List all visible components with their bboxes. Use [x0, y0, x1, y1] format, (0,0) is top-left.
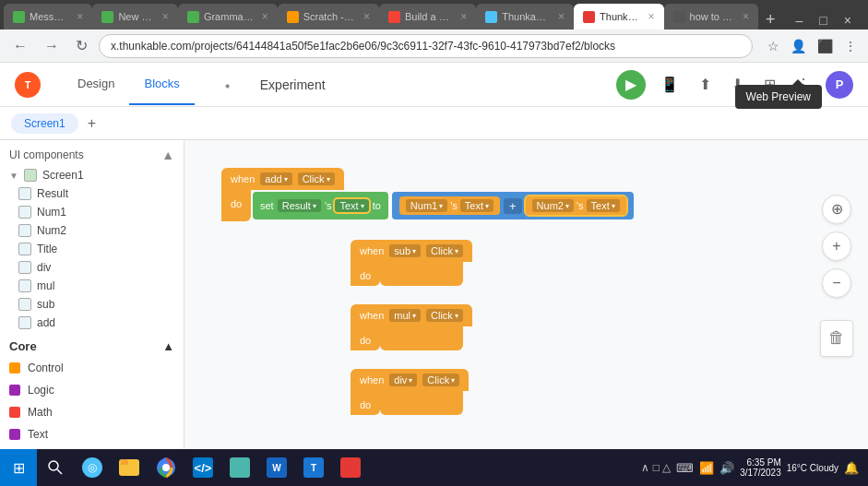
click-dropdown-3[interactable]: Click▾ — [426, 309, 463, 322]
add-block-group[interactable]: when add▾ Click▾ do set Result▾ 's Text▾ — [221, 168, 868, 221]
tab3-favicon — [187, 11, 199, 23]
new-tab-button[interactable]: + — [758, 10, 783, 30]
taskbar-vscode[interactable]: </> — [184, 449, 221, 486]
bookmark-icon[interactable]: ☆ — [764, 37, 783, 55]
sidebar-item-num1[interactable]: Num1 — [0, 203, 184, 221]
text-dropdown-2[interactable]: Text▾ — [460, 199, 493, 212]
browser-tab-3[interactable]: Grammarly... × — [178, 4, 278, 30]
browser-tab-6[interactable]: Thunkable... × — [476, 4, 574, 30]
num1-text-block[interactable]: Num1▾ 's Text▾ — [399, 196, 500, 215]
tab5-close[interactable]: × — [460, 10, 467, 23]
more-icon[interactable]: ⋮ — [840, 37, 861, 55]
click-dropdown-2[interactable]: Click▾ — [426, 244, 463, 257]
core-item-control[interactable]: Control — [0, 357, 184, 379]
tab8-close[interactable]: × — [743, 10, 749, 23]
address-bar[interactable]: x.thunkable.com/projects/64144841a50f5e1… — [99, 34, 753, 58]
tab6-close[interactable]: × — [558, 10, 565, 23]
recenter-button[interactable]: ⊕ — [822, 195, 851, 224]
taskbar-app5[interactable] — [221, 449, 258, 486]
back-button[interactable]: ← — [7, 36, 33, 56]
browser-tab-5[interactable]: Build a Ca... × — [379, 4, 476, 30]
num2-dropdown[interactable]: Num2▾ — [532, 199, 574, 212]
when-add-click-block[interactable]: when add▾ Click▾ — [221, 168, 344, 190]
notification-icon[interactable]: 🔔 — [844, 461, 859, 475]
tab2-close[interactable]: × — [162, 10, 169, 23]
taskbar-chrome[interactable] — [148, 449, 184, 486]
maximize-button[interactable]: □ — [814, 11, 832, 30]
set-block[interactable]: set Result▾ 's Text▾ to — [253, 192, 388, 219]
forward-button[interactable]: → — [39, 36, 65, 56]
sidebar-item-title[interactable]: Title — [0, 240, 184, 258]
blocks-tab[interactable]: Blocks — [129, 64, 194, 105]
start-button[interactable]: ⊞ — [0, 449, 37, 486]
taskbar-search[interactable] — [37, 449, 74, 486]
add-screen-button[interactable]: + — [82, 113, 101, 134]
div-block-group[interactable]: when div▾ Click▾ do — [351, 369, 868, 415]
zoom-out-button[interactable]: − — [822, 268, 851, 298]
sidebar-item-div[interactable]: div — [0, 258, 184, 277]
text-dropdown-3[interactable]: Text▾ — [587, 199, 620, 212]
ui-components-collapse[interactable]: ▲ — [161, 148, 174, 162]
tab1-close[interactable]: × — [77, 10, 83, 23]
phone-preview-button[interactable]: 📱 — [655, 70, 684, 99]
browser-tab-8[interactable]: how to ge... × — [664, 4, 759, 30]
set-keyword: set — [260, 200, 274, 211]
sidebar-item-result[interactable]: Result — [0, 184, 184, 203]
reload-button[interactable]: ↻ — [70, 35, 93, 56]
num1-dropdown[interactable]: Num1▾ — [406, 199, 447, 212]
sidebar-item-num2[interactable]: Num2 — [0, 221, 184, 240]
share-button[interactable]: ⬆ — [694, 70, 717, 99]
browser-tab-7[interactable]: Thunkable × — [574, 4, 664, 30]
browser-tab-2[interactable]: New chat × — [92, 4, 178, 30]
mul-block-group[interactable]: when mul▾ Click▾ do — [351, 304, 868, 350]
screen1-tab[interactable]: Screen1 — [11, 113, 78, 134]
tab7-close[interactable]: × — [648, 10, 655, 23]
sub-dropdown[interactable]: sub▾ — [389, 244, 421, 257]
click-dropdown-1[interactable]: Click▾ — [298, 172, 335, 185]
extension-icon[interactable]: ⬛ — [814, 37, 837, 55]
num2-text-block[interactable]: Num2▾ 's Text▾ — [526, 196, 626, 215]
taskbar-cortana[interactable]: ◎ — [74, 449, 111, 486]
browser-tab-1[interactable]: Messages × — [4, 4, 92, 30]
when-sub-click-block[interactable]: when sub▾ Click▾ — [351, 240, 472, 262]
core-item-math[interactable]: Math — [0, 401, 184, 423]
zoom-in-button[interactable]: + — [822, 231, 851, 261]
web-preview-tooltip: Web Preview — [735, 85, 822, 109]
taskbar-app6[interactable]: W — [258, 449, 295, 486]
add-dropdown[interactable]: add▾ — [260, 172, 291, 185]
url-text: x.thunkable.com/projects/64144841a50f5e1… — [111, 40, 615, 53]
taskbar-app7[interactable]: T — [295, 449, 332, 486]
text-dropdown-1[interactable]: Text▾ — [335, 199, 368, 212]
taskbar-app8[interactable] — [332, 449, 369, 486]
mul-dropdown[interactable]: mul▾ — [389, 309, 421, 322]
core-item-logic[interactable]: Logic — [0, 379, 184, 401]
trash-button[interactable]: 🗑 — [820, 320, 853, 357]
user-avatar[interactable]: P — [826, 71, 853, 99]
sub-block-group[interactable]: when sub▾ Click▾ do — [351, 240, 868, 286]
result-dropdown[interactable]: Result▾ — [278, 199, 321, 212]
div-dropdown[interactable]: div▾ — [389, 373, 417, 386]
click-dropdown-4[interactable]: Click▾ — [422, 373, 459, 386]
sidebar-item-sub[interactable]: sub — [0, 295, 184, 314]
profile-icon[interactable]: 👤 — [787, 37, 810, 55]
when-mul-click-block[interactable]: when mul▾ Click▾ — [351, 304, 472, 326]
to-blue-block[interactable]: Num1▾ 's Text▾ + Num2▾ 's Text▾ — [392, 192, 634, 219]
tab3-close[interactable]: × — [262, 10, 268, 23]
core-collapse[interactable]: ▲ — [162, 339, 174, 353]
when-div-click-block[interactable]: when div▾ Click▾ — [351, 369, 469, 391]
run-button[interactable]: ▶ — [616, 70, 646, 100]
sidebar-item-screen1[interactable]: ▼ Screen1 — [0, 166, 184, 184]
design-tab[interactable]: Design — [63, 64, 129, 105]
div-icon — [18, 261, 31, 274]
tab4-close[interactable]: × — [363, 10, 370, 23]
clock[interactable]: 6:35 PM 3/17/2023 — [740, 457, 781, 478]
minimize-button[interactable]: – — [791, 11, 809, 30]
sidebar-item-mul[interactable]: mul — [0, 277, 184, 295]
sidebar-item-add[interactable]: add — [0, 314, 184, 332]
core-item-text[interactable]: Text — [0, 423, 184, 445]
taskbar-file-explorer[interactable] — [111, 449, 148, 486]
close-window-button[interactable]: × — [838, 11, 857, 30]
browser-tab-4[interactable]: Scratch - In... × — [278, 4, 379, 30]
canvas-area[interactable]: when add▾ Click▾ do set Result▾ 's Text▾ — [184, 140, 868, 479]
core-label: Core — [9, 339, 37, 353]
